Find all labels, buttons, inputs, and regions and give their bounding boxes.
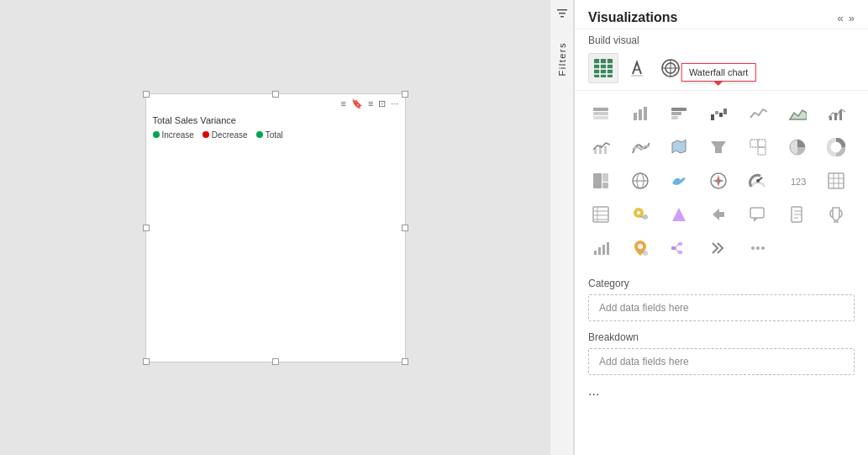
svg-rect-32 [604, 146, 607, 154]
viz-top-icon-table[interactable] [588, 53, 618, 83]
category-field-box[interactable]: Add data fields here [588, 294, 855, 321]
viz-icon-treemap[interactable] [585, 165, 617, 197]
viz-icon-decomp-tree[interactable] [663, 232, 695, 264]
svg-text:123: 123 [791, 177, 806, 187]
svg-rect-24 [719, 113, 723, 117]
viz-icon-more-options[interactable] [742, 232, 774, 264]
svg-rect-51 [829, 173, 844, 188]
viz-icon-100-stacked[interactable] [663, 98, 695, 130]
chevron-right-icon[interactable]: » [849, 12, 855, 24]
viz-panel: Visualizations « » Build visual [574, 0, 868, 455]
legend-label-decrease: Decrease [212, 130, 248, 140]
viz-icon-matrix[interactable] [585, 198, 617, 230]
svg-rect-29 [839, 110, 842, 120]
viz-icon-line-clustered[interactable] [820, 98, 852, 130]
viz-icon-gauge[interactable] [742, 165, 774, 197]
svg-line-84 [676, 244, 678, 248]
svg-rect-78 [607, 242, 609, 255]
svg-marker-66 [713, 209, 724, 220]
svg-rect-20 [671, 112, 681, 115]
viz-icon-small-bar[interactable] [585, 232, 617, 264]
svg-rect-25 [723, 108, 727, 114]
viz-icon-page[interactable] [781, 198, 813, 230]
resize-handle-bm[interactable] [272, 358, 279, 365]
svg-rect-67 [750, 208, 764, 218]
expand-icon[interactable]: ⊡ [377, 98, 387, 110]
viz-icon-ribbon[interactable] [624, 131, 656, 163]
viz-header-icons: « » [838, 12, 855, 24]
viz-icon-trophy[interactable] [820, 198, 852, 230]
viz-header: Visualizations « » [575, 0, 868, 29]
svg-marker-65 [672, 208, 686, 221]
svg-rect-40 [602, 173, 608, 182]
build-visual-label: Build visual [575, 29, 868, 50]
canvas-area: ≡ 🔖 ≡ ⊡ ··· Total Sales Variance Increas… [0, 0, 550, 455]
svg-point-79 [638, 244, 643, 249]
viz-icon-bar-chart[interactable] [624, 98, 656, 130]
viz-icon-bird[interactable] [663, 165, 695, 197]
breakdown-section: Breakdown Add data fields here [575, 325, 868, 378]
svg-rect-17 [639, 109, 642, 120]
legend-total: Total [256, 130, 283, 140]
breakdown-label: Breakdown [588, 331, 855, 343]
viz-icon-arrow[interactable] [702, 198, 734, 230]
svg-rect-81 [671, 246, 676, 250]
svg-rect-83 [678, 251, 682, 254]
viz-icon-donut[interactable] [820, 131, 852, 163]
more-options-icon[interactable]: ··· [390, 98, 399, 109]
viz-panel-title: Visualizations [588, 10, 677, 25]
svg-line-85 [676, 248, 678, 252]
more-dots[interactable]: ... [575, 378, 868, 404]
viz-icon-line-chart[interactable] [742, 98, 774, 130]
svg-rect-15 [593, 116, 608, 119]
svg-rect-35 [758, 147, 765, 155]
viz-top-icon-format[interactable] [622, 53, 652, 83]
breakdown-field-box[interactable]: Add data fields here [588, 348, 855, 375]
viz-icon-number[interactable]: 123 [781, 165, 813, 197]
viz-icon-scatter[interactable] [742, 131, 774, 163]
viz-icon-map-pin[interactable] [624, 198, 656, 230]
svg-point-62 [637, 211, 640, 214]
resize-handle-tr[interactable] [402, 91, 408, 98]
viz-icon-speech-bubble[interactable] [742, 198, 774, 230]
legend-decrease: Decrease [203, 130, 248, 140]
resize-handle-ml[interactable] [143, 225, 150, 231]
viz-icon-funnel[interactable] [702, 131, 734, 163]
legend-label-total: Total [266, 130, 283, 140]
viz-icon-filled-map[interactable] [663, 131, 695, 163]
viz-icon-table[interactable] [820, 165, 852, 197]
resize-handle-tl[interactable] [143, 91, 150, 98]
filters-label: Filters [557, 35, 567, 82]
resize-handle-tm[interactable] [272, 91, 279, 98]
resize-handle-br[interactable] [402, 358, 408, 365]
filter-icon[interactable]: ≡ [367, 98, 374, 109]
resize-handle-bl[interactable] [143, 358, 150, 365]
svg-rect-75 [594, 251, 597, 255]
visual-container[interactable]: ≡ 🔖 ≡ ⊡ ··· Total Sales Variance Increas… [145, 93, 406, 362]
category-label: Category [588, 278, 855, 289]
svg-point-63 [643, 214, 648, 220]
svg-rect-23 [715, 111, 718, 114]
svg-point-87 [756, 246, 760, 250]
viz-icon-waterfall-highlighted[interactable]: Waterfall chart [702, 98, 734, 130]
viz-icon-chevron-right[interactable] [702, 232, 734, 264]
viz-icon-globe[interactable] [624, 165, 656, 197]
viz-icon-location-pin[interactable] [624, 232, 656, 264]
svg-rect-21 [671, 116, 678, 119]
svg-marker-26 [790, 110, 807, 119]
viz-icon-combo[interactable] [585, 131, 617, 163]
resize-handle-mr[interactable] [402, 225, 408, 231]
viz-icon-area-chart[interactable] [781, 98, 813, 130]
viz-icon-shape[interactable] [663, 198, 695, 230]
svg-rect-27 [829, 116, 832, 120]
chevron-left-icon[interactable]: « [838, 12, 844, 24]
svg-point-88 [761, 246, 765, 250]
viz-icon-pie[interactable] [781, 131, 813, 163]
svg-point-86 [751, 246, 755, 250]
svg-marker-47 [713, 179, 724, 183]
viz-icon-stacked-bar[interactable] [585, 98, 617, 130]
svg-rect-34 [750, 140, 758, 147]
pin-icon[interactable]: 🔖 [350, 98, 364, 110]
menu-icon[interactable]: ≡ [339, 98, 346, 109]
viz-icon-compass[interactable] [702, 165, 734, 197]
